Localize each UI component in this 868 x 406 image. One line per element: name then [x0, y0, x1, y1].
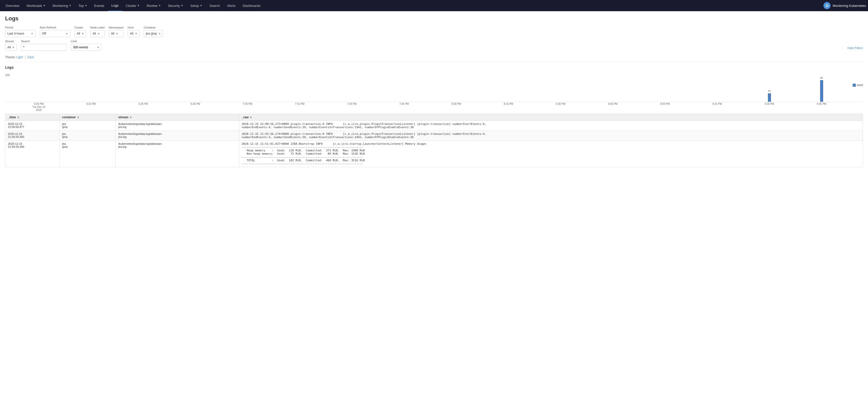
brand: ⚙ Monitoring Kubernetes	[824, 2, 866, 9]
sort-icon: ⇅	[130, 116, 132, 119]
nodelabel-tag[interactable]: All ✕	[90, 30, 104, 37]
namespace-label: Namespace	[109, 26, 124, 29]
table-cell-_raw: 2020-12-15 21:51:01,027+0000 JIRA-Bootst…	[239, 141, 863, 167]
hide-filters-link[interactable]: Hide Filters	[847, 46, 863, 51]
chevron-down-icon: ▼	[43, 4, 45, 7]
nodelabel-clear-icon[interactable]: ✕	[97, 32, 100, 35]
sort-icon: ⇅	[250, 116, 252, 119]
table-row: 2020-12-15 21:59:29.360jira (jira)/kuber…	[5, 131, 863, 141]
autorefresh-select[interactable]: Off ▼	[40, 30, 70, 37]
period-select[interactable]: Last 4 hours ▼	[5, 30, 36, 37]
host-label: Host	[128, 26, 139, 29]
chart-x-axis: 6:00 PM Tue Dec 15 20206:15 PM6:30 PM6:4…	[5, 103, 863, 112]
table-cell-_raw: 2020-12-15 22:00:56,273+0000 plugin-tran…	[239, 121, 863, 131]
col-raw[interactable]: _raw ⇅	[239, 114, 863, 121]
chart-x-label: 8:00 PM	[430, 103, 483, 112]
chevron-down-icon: ▼	[200, 4, 202, 7]
chart-bar: 37	[768, 93, 771, 102]
chevron-down-icon: ▼	[159, 4, 161, 7]
theme-dark-link[interactable]: Dark	[28, 56, 34, 59]
chart-legend: count	[853, 84, 863, 87]
theme-light-link[interactable]: Light	[16, 56, 23, 59]
period-label: Period	[5, 26, 36, 29]
host-tag[interactable]: All ✕	[128, 30, 139, 37]
nav-item-alerts[interactable]: Alerts	[223, 0, 239, 11]
brand-icon: ⚙	[824, 2, 831, 9]
chart-legend-box	[853, 84, 856, 87]
nav-item-search[interactable]: Search	[206, 0, 223, 11]
logs-table: _time ⇅ container ⇅ stream ⇅ _raw ⇅ 2020…	[5, 114, 863, 167]
namespace-filter: Namespace All ✕	[109, 26, 124, 37]
table-cell-container: jira (jira)	[59, 121, 116, 131]
nav-item-overview[interactable]: Overview	[2, 0, 23, 11]
nav-item-setup[interactable]: Setup ▼	[187, 0, 206, 11]
chart-x-label: 6:00 PM Tue Dec 15 2020	[13, 103, 65, 112]
sort-icon: ⇅	[17, 116, 19, 119]
stream-tag[interactable]: All ✕	[5, 44, 17, 51]
table-cell-container: jira (jira)	[59, 141, 116, 167]
page-title: Logs	[5, 15, 863, 22]
cluster-label: Cluster	[74, 26, 86, 29]
search-input[interactable]	[21, 44, 67, 51]
nav-item-cluster[interactable]: Cluster ▼	[122, 0, 143, 11]
chart-x-label: 9:45 PM	[796, 103, 848, 112]
col-container[interactable]: container ⇅	[59, 114, 116, 121]
nav-item-events[interactable]: Events	[91, 0, 108, 11]
table-cell-stream: /kubernetes/logs/data:log/atlassian- jir…	[116, 131, 239, 141]
nav-item-monitoring[interactable]: Monitoring ▼	[49, 0, 75, 11]
chart-bar-group: 94	[796, 80, 848, 102]
stream-filter: Stream All ✕	[5, 40, 17, 51]
cluster-tag[interactable]: All ✕	[74, 30, 86, 37]
chart-x-label: 9:30 PM	[743, 103, 796, 112]
col-stream[interactable]: stream ⇅	[116, 114, 239, 121]
chart-x-label: 9:00 PM	[639, 103, 691, 112]
chart-x-label: 8:30 PM	[535, 103, 587, 112]
chart-bar-value: 94	[820, 76, 823, 79]
nav-item-logs[interactable]: Logs	[108, 0, 122, 11]
table-cell-_time: 2020-12-15 21:59:29.360	[5, 131, 60, 141]
filter-row-2: Stream All ✕ Search Limit 500 events 100…	[5, 40, 863, 51]
container-label: Container	[144, 26, 163, 29]
stream-clear-icon[interactable]: ✕	[12, 46, 14, 49]
namespace-clear-icon[interactable]: ✕	[116, 32, 118, 35]
chart-legend-label: count	[857, 84, 863, 87]
chart-x-label: 7:45 PM	[378, 103, 430, 112]
host-filter: Host All ✕	[128, 26, 139, 37]
chevron-down-icon: ▼	[181, 4, 183, 7]
chart-title: Logs	[5, 65, 863, 69]
filter-row-1: Period Last 4 hours ▼ Auto-Refresh Off ▼…	[5, 26, 863, 37]
main-content: Logs Period Last 4 hours ▼ Auto-Refresh …	[0, 11, 868, 406]
chevron-down-icon: ▼	[31, 32, 33, 35]
chevron-down-icon: ▼	[69, 4, 71, 7]
cluster-clear-icon[interactable]: ✕	[82, 32, 84, 35]
chart-bar: 94	[820, 80, 823, 102]
chart-area: 100 3794 count	[5, 71, 863, 102]
chart-bar-value: 37	[768, 90, 771, 92]
container-filter: Container jira (jira) ✕	[144, 26, 163, 37]
nav-item-workloads[interactable]: Workloads ▼	[23, 0, 49, 11]
nav-item-dashboards[interactable]: Dashboards	[239, 0, 264, 11]
table-cell-_time: 2020-12-15 22:00:56.877	[5, 121, 60, 131]
chart-x-label: 7:30 PM	[326, 103, 378, 112]
search-label: Search	[21, 40, 67, 43]
limit-filter: Limit 500 events 100 events 1000 events …	[71, 40, 101, 51]
autorefresh-label: Auto-Refresh	[40, 26, 70, 29]
nav-bar: Overview Workloads ▼ Monitoring ▼ Top ▼ …	[0, 0, 868, 11]
nav-item-security[interactable]: Security ▼	[164, 0, 187, 11]
chart-x-label: 7:15 PM	[274, 103, 326, 112]
host-clear-icon[interactable]: ✕	[135, 32, 137, 35]
limit-select[interactable]: 500 events 100 events 1000 events	[71, 44, 101, 51]
chart-bars: 3794	[13, 71, 848, 102]
period-filter: Period Last 4 hours ▼	[5, 26, 36, 37]
cluster-filter: Cluster All ✕	[74, 26, 86, 37]
container-tag[interactable]: jira (jira) ✕	[144, 30, 163, 37]
nav-item-review[interactable]: Review ▼	[143, 0, 164, 11]
container-clear-icon[interactable]: ✕	[158, 32, 161, 35]
nav-item-top[interactable]: Top ▼	[75, 0, 91, 11]
namespace-tag[interactable]: All ✕	[109, 30, 124, 37]
limit-label: Limit	[71, 40, 101, 43]
col-time[interactable]: _time ⇅	[5, 114, 60, 121]
search-filter: Search	[21, 40, 67, 51]
chart-x-label: 8:15 PM	[483, 103, 535, 112]
chart-bar-group: 37	[743, 93, 796, 102]
